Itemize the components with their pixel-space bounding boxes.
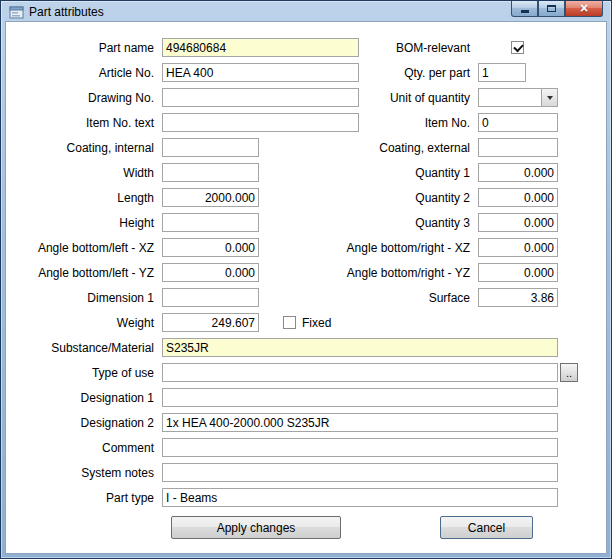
form-row: Drawing No. Unit of quantity bbox=[14, 85, 558, 110]
item-no-text-label: Item No. text bbox=[14, 116, 162, 130]
part-type-input[interactable] bbox=[162, 488, 558, 507]
height-input[interactable] bbox=[162, 213, 259, 232]
form-row: Weight Fixed bbox=[14, 310, 558, 335]
form-row: System notes bbox=[14, 460, 558, 485]
form-row: Article No. Qty. per part bbox=[14, 60, 558, 85]
field-slot bbox=[478, 213, 558, 232]
dimension-1-input[interactable] bbox=[162, 288, 259, 307]
type-of-use-browse-button[interactable]: .. bbox=[560, 363, 578, 382]
quantity-3-input[interactable] bbox=[478, 213, 558, 232]
field-slot bbox=[478, 88, 558, 107]
height-label: Height bbox=[14, 216, 162, 230]
part-attributes-window: Part attributes Part name BOM-relevant A… bbox=[0, 0, 612, 559]
surface-label: Surface bbox=[259, 291, 478, 305]
angle-bottom-right-xz-input[interactable] bbox=[478, 238, 558, 257]
system-notes-label: System notes bbox=[14, 466, 162, 480]
angle-bottom-left-xz-label: Angle bottom/left - XZ bbox=[14, 241, 162, 255]
field-slot bbox=[478, 63, 558, 82]
part-name-label: Part name bbox=[14, 41, 162, 55]
maximize-button[interactable] bbox=[538, 1, 565, 17]
form-row: Height Quantity 3 bbox=[14, 210, 558, 235]
quantity-1-label: Quantity 1 bbox=[259, 166, 478, 180]
field-slot bbox=[478, 163, 558, 182]
field-slot bbox=[478, 263, 558, 282]
part-type-label: Part type bbox=[14, 491, 162, 505]
window-icon bbox=[9, 5, 24, 20]
form-row: Dimension 1 Surface bbox=[14, 285, 558, 310]
qty-per-part-label: Qty. per part bbox=[359, 66, 478, 80]
angle-bottom-left-xz-input[interactable] bbox=[162, 238, 259, 257]
form-row: Part name BOM-relevant bbox=[14, 35, 558, 60]
article-no-input[interactable] bbox=[162, 63, 359, 82]
weight-input[interactable] bbox=[162, 313, 259, 332]
drawing-no-input[interactable] bbox=[162, 88, 359, 107]
field-slot bbox=[478, 288, 558, 307]
angle-bottom-left-yz-label: Angle bottom/left - YZ bbox=[14, 266, 162, 280]
substance-material-label: Substance/Material bbox=[14, 341, 162, 355]
form-row: Type of use .. bbox=[14, 360, 558, 385]
button-row: Apply changes Cancel bbox=[14, 512, 558, 543]
type-of-use-input[interactable] bbox=[162, 363, 558, 382]
part-name-input[interactable] bbox=[162, 38, 359, 57]
designation-2-input[interactable] bbox=[162, 413, 558, 432]
quantity-1-input[interactable] bbox=[478, 163, 558, 182]
form-row: Part type bbox=[14, 485, 558, 510]
width-input[interactable] bbox=[162, 163, 259, 182]
form-row: Designation 2 bbox=[14, 410, 558, 435]
bom-relevant-checkbox[interactable] bbox=[511, 41, 524, 54]
bom-relevant-label: BOM-relevant bbox=[359, 41, 478, 55]
form-row: Item No. text Item No. bbox=[14, 110, 558, 135]
close-button[interactable] bbox=[565, 1, 603, 17]
weight-label: Weight bbox=[14, 316, 162, 330]
comment-label: Comment bbox=[14, 441, 162, 455]
field-slot bbox=[478, 238, 558, 257]
system-notes-input[interactable] bbox=[162, 463, 558, 482]
apply-changes-button[interactable]: Apply changes bbox=[171, 516, 341, 539]
fixed-group: Fixed bbox=[283, 316, 331, 330]
angle-bottom-right-xz-label: Angle bottom/right - XZ bbox=[259, 241, 478, 255]
quantity-2-input[interactable] bbox=[478, 188, 558, 207]
chevron-down-icon bbox=[547, 96, 553, 100]
coating-external-label: Coating, external bbox=[259, 141, 478, 155]
dimension-1-label: Dimension 1 bbox=[14, 291, 162, 305]
substance-material-input[interactable] bbox=[162, 338, 558, 357]
coating-external-input[interactable] bbox=[478, 138, 558, 157]
titlebar[interactable]: Part attributes bbox=[5, 1, 607, 21]
designation-1-label: Designation 1 bbox=[14, 391, 162, 405]
minimize-icon bbox=[521, 10, 529, 13]
unit-of-quantity-label: Unit of quantity bbox=[359, 91, 478, 105]
item-no-text-input[interactable] bbox=[162, 113, 359, 132]
unit-of-quantity-select[interactable] bbox=[478, 88, 558, 107]
item-no-input[interactable] bbox=[478, 113, 558, 132]
cancel-button[interactable]: Cancel bbox=[440, 516, 533, 539]
field-slot bbox=[478, 113, 558, 132]
comment-input[interactable] bbox=[162, 438, 558, 457]
fixed-checkbox[interactable] bbox=[283, 316, 296, 329]
field-slot bbox=[478, 138, 558, 157]
type-of-use-label: Type of use bbox=[14, 366, 162, 380]
form-row: Comment bbox=[14, 435, 558, 460]
length-input[interactable] bbox=[162, 188, 259, 207]
designation-1-input[interactable] bbox=[162, 388, 558, 407]
form-row: Coating, internal Coating, external bbox=[14, 135, 558, 160]
form-row: Designation 1 bbox=[14, 385, 558, 410]
angle-bottom-right-yz-input[interactable] bbox=[478, 263, 558, 282]
dialog-body: Part name BOM-relevant Article No. Qty. … bbox=[5, 21, 607, 554]
field-slot bbox=[478, 188, 558, 207]
quantity-2-label: Quantity 2 bbox=[259, 191, 478, 205]
drawing-no-label: Drawing No. bbox=[14, 91, 162, 105]
item-no-label: Item No. bbox=[359, 116, 478, 130]
form-row: Angle bottom/left - YZ Angle bottom/righ… bbox=[14, 260, 558, 285]
window-controls bbox=[511, 1, 603, 17]
qty-per-part-input[interactable] bbox=[478, 63, 526, 82]
maximize-icon bbox=[547, 5, 556, 12]
window-title: Part attributes bbox=[29, 5, 104, 19]
minimize-button[interactable] bbox=[511, 1, 538, 17]
angle-bottom-left-yz-input[interactable] bbox=[162, 263, 259, 282]
form-row: Substance/Material bbox=[14, 335, 558, 360]
coating-internal-input[interactable] bbox=[162, 138, 259, 157]
angle-bottom-right-yz-label: Angle bottom/right - YZ bbox=[259, 266, 478, 280]
surface-input[interactable] bbox=[478, 288, 558, 307]
dropdown-button[interactable] bbox=[541, 89, 557, 106]
field-slot bbox=[478, 41, 558, 54]
